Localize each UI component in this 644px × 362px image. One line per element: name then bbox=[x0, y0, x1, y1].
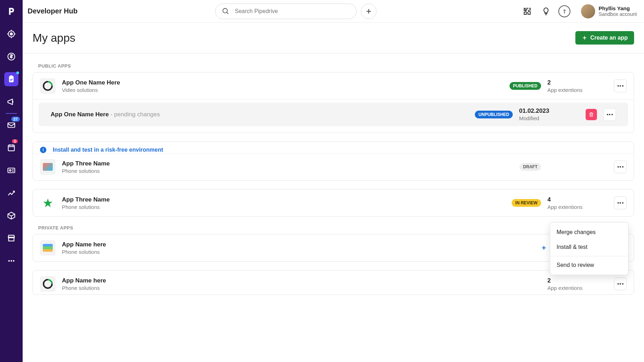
app-icon bbox=[40, 240, 56, 256]
sidebar-item-insights[interactable] bbox=[0, 182, 23, 204]
sidebar-item-deals[interactable] bbox=[0, 45, 23, 68]
app-meta-value: 4 bbox=[547, 196, 608, 203]
dropdown-install[interactable]: Install & test bbox=[550, 240, 628, 255]
content-scroll[interactable]: PUBLIC APPS App One Name Here Video solu… bbox=[23, 53, 644, 362]
store-icon bbox=[7, 234, 16, 243]
megaphone-icon bbox=[7, 97, 16, 106]
app-name: App Name here bbox=[62, 277, 541, 284]
info-link[interactable]: Install and test in a risk-free environm… bbox=[53, 147, 163, 153]
svg-line-23 bbox=[227, 12, 229, 14]
sidebar-item-more[interactable] bbox=[0, 250, 23, 272]
box-icon bbox=[7, 211, 16, 220]
modified-date: 01.02.2023 bbox=[519, 107, 579, 115]
search-icon bbox=[222, 7, 230, 15]
app-row[interactable]: App Name here Phone solutions Add extent… bbox=[33, 234, 634, 261]
status-badge: UNPUBLISHED bbox=[475, 111, 513, 118]
page-title: My apps bbox=[33, 31, 75, 45]
delete-button[interactable] bbox=[586, 109, 597, 120]
app-card-group: ★ App Three Name Phone solutions IN REVI… bbox=[33, 189, 634, 217]
sidebar-item-marketplace[interactable] bbox=[0, 227, 23, 250]
app-desc: Video solutions bbox=[62, 87, 503, 93]
sidebar-item-mail[interactable]: 27 bbox=[0, 114, 23, 136]
app-name: App Name here bbox=[62, 241, 534, 248]
section-public-label: PUBLIC APPS bbox=[38, 63, 634, 69]
app-card-group: App Name here Phone solutions Add extent… bbox=[33, 234, 634, 262]
status-badge: DRAFT bbox=[519, 163, 541, 171]
sidebar-item-projects[interactable] bbox=[0, 68, 23, 90]
app-more-button[interactable] bbox=[614, 197, 627, 209]
user-name: Phyllis Yang bbox=[599, 5, 637, 11]
logo[interactable] bbox=[0, 0, 23, 23]
page-header: My apps Create an app bbox=[23, 23, 644, 53]
search-field[interactable] bbox=[215, 4, 357, 19]
app-pending-row[interactable]: App One Name Here - pending changes UNPU… bbox=[39, 103, 628, 126]
mail-icon bbox=[7, 121, 16, 130]
sidebar-item-campaigns[interactable] bbox=[0, 90, 23, 113]
clipboard-icon bbox=[7, 75, 16, 84]
section-private-label: PRIVATE APPS bbox=[38, 225, 634, 230]
app-row[interactable]: ★ App Three Name Phone solutions IN REVI… bbox=[33, 189, 634, 216]
dropdown-review[interactable]: Send to review bbox=[550, 258, 628, 273]
app-icon bbox=[40, 276, 56, 292]
more-icon bbox=[7, 256, 16, 265]
app-meta-label: App extentions bbox=[547, 285, 608, 291]
modified-label: Modified bbox=[519, 115, 579, 121]
app-row[interactable]: App Three Name Phone solutions DRAFT bbox=[33, 153, 634, 180]
avatar bbox=[581, 4, 595, 18]
app-meta-value: 2 bbox=[547, 277, 608, 284]
dollar-icon bbox=[7, 52, 16, 61]
sidebar-item-leads[interactable] bbox=[0, 23, 23, 45]
app-meta-value: 2 bbox=[547, 79, 608, 86]
dropdown-separator bbox=[550, 256, 628, 256]
calendar-icon bbox=[7, 143, 16, 152]
svg-rect-10 bbox=[8, 145, 14, 151]
svg-point-15 bbox=[10, 170, 11, 171]
main-pane: Developer Hub Phyllis Yang San bbox=[23, 0, 644, 362]
svg-point-1 bbox=[10, 33, 13, 35]
puzzle-icon bbox=[523, 7, 532, 16]
sidebar-item-activities[interactable]: 1 bbox=[0, 136, 23, 159]
app-more-button[interactable] bbox=[614, 80, 627, 92]
app-desc: Phone solutions bbox=[62, 249, 534, 255]
app-row[interactable]: App One Name Here Video solutions PUBLIS… bbox=[33, 72, 634, 99]
svg-point-20 bbox=[11, 260, 12, 262]
info-icon: i bbox=[40, 147, 46, 153]
search-input[interactable] bbox=[235, 8, 350, 14]
dropdown-merge[interactable]: Merge changes bbox=[550, 225, 628, 240]
sidebar-item-products[interactable] bbox=[0, 204, 23, 227]
info-banner: i Install and test in a risk-free enviro… bbox=[33, 142, 634, 153]
app-icon: ★ bbox=[40, 195, 56, 211]
app-row[interactable]: App Name here Phone solutions 2 App exte… bbox=[33, 270, 634, 294]
app-name: App Three Name bbox=[62, 160, 513, 167]
app-more-button[interactable] bbox=[603, 108, 616, 121]
create-app-label: Create an app bbox=[590, 35, 628, 41]
app-desc: Phone solutions bbox=[62, 204, 505, 210]
create-app-button[interactable]: Create an app bbox=[575, 31, 634, 45]
status-badge: PUBLISHED bbox=[510, 82, 541, 90]
user-menu[interactable]: Phyllis Yang Sandbox account bbox=[581, 4, 637, 18]
help-button[interactable] bbox=[558, 5, 570, 17]
extensions-button[interactable] bbox=[522, 5, 534, 17]
quick-add-button[interactable] bbox=[361, 4, 376, 19]
contacts-icon bbox=[7, 166, 16, 175]
mail-badge: 27 bbox=[11, 117, 20, 122]
trash-icon bbox=[588, 112, 594, 117]
app-desc: Phone solutions bbox=[62, 285, 541, 291]
pending-name: App One Name Here bbox=[51, 111, 109, 118]
pending-suffix: - pending changes bbox=[109, 111, 160, 118]
svg-point-22 bbox=[223, 8, 228, 13]
app-more-button[interactable] bbox=[614, 278, 627, 290]
plus-icon bbox=[365, 7, 373, 15]
status-badge: IN REVIEW bbox=[512, 199, 541, 207]
tips-button[interactable] bbox=[540, 5, 552, 17]
svg-point-26 bbox=[564, 12, 564, 13]
app-more-button[interactable] bbox=[614, 160, 627, 173]
plus-icon bbox=[582, 35, 587, 41]
question-icon bbox=[562, 8, 567, 14]
chart-icon bbox=[7, 188, 16, 198]
sidebar-item-contacts[interactable] bbox=[0, 159, 23, 182]
app-actions-dropdown: Merge changes Install & test Send to rev… bbox=[550, 222, 628, 275]
brand-title: Developer Hub bbox=[28, 7, 77, 15]
target-icon bbox=[7, 29, 16, 39]
plus-icon bbox=[541, 245, 547, 251]
